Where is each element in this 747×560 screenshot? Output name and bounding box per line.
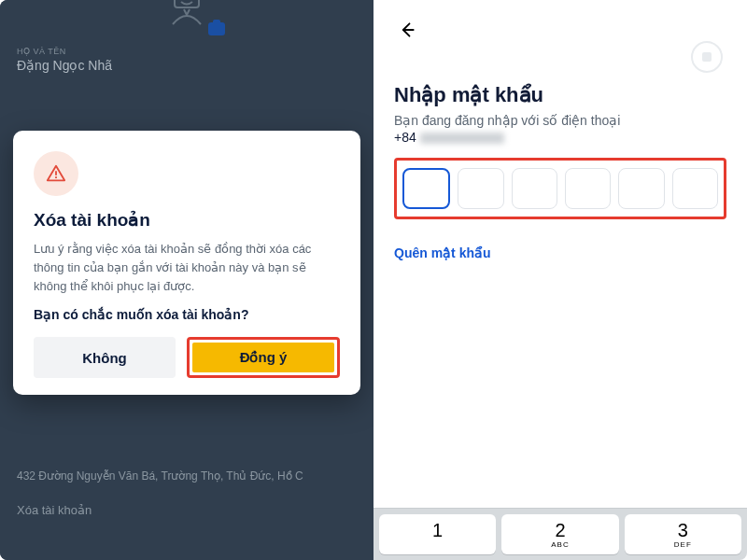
pin-input-row [402, 168, 718, 209]
svg-rect-3 [55, 171, 57, 175]
phone-line: +84 [394, 130, 726, 145]
numeric-keyboard: 1 2 ABC 3 DEF [374, 508, 747, 560]
pin-digit-5[interactable] [618, 168, 664, 209]
pin-digit-3[interactable] [512, 168, 557, 209]
delete-account-modal: Xóa tài khoản Lưu ý rằng việc xóa tài kh… [13, 131, 360, 395]
modal-title: Xóa tài khoản [34, 209, 340, 231]
key-1-num: 1 [432, 521, 443, 539]
phone-blurred [420, 133, 504, 144]
modal-confirm-text: Bạn có chắc muốn xóa tài khoản? [34, 307, 340, 322]
pin-digit-4[interactable] [565, 168, 611, 209]
back-button[interactable] [394, 17, 420, 46]
pin-digit-2[interactable] [458, 168, 503, 209]
modal-body: Lưu ý rằng việc xóa tài khoản sẽ đồng th… [34, 240, 340, 296]
svg-rect-4 [55, 176, 57, 178]
record-indicator-icon [691, 41, 723, 73]
cancel-button[interactable]: Không [34, 337, 176, 378]
key-3[interactable]: 3 DEF [625, 514, 741, 554]
name-label: HỌ VÀ TÊN [17, 47, 357, 56]
key-2-num: 2 [555, 521, 565, 539]
pin-input-highlight [394, 158, 726, 219]
left-screen: HỌ VÀ TÊN Đặng Ngọc Nhã 432 Đường Nguyễn… [0, 0, 374, 560]
confirm-button-highlight: Đồng ý [187, 337, 340, 378]
arrow-left-icon [398, 21, 416, 39]
pin-digit-6[interactable] [672, 168, 718, 209]
name-value: Đặng Ngọc Nhã [17, 58, 357, 73]
right-screen: Nhập mật khẩu Bạn đang đăng nhập với số … [374, 0, 747, 560]
key-2[interactable]: 2 ABC [501, 514, 618, 554]
pin-digit-1[interactable] [402, 168, 450, 209]
password-subtitle: Bạn đang đăng nhập với số điện thoại [394, 113, 726, 128]
phone-prefix: +84 [394, 130, 416, 145]
warning-icon [34, 151, 78, 196]
confirm-button[interactable]: Đồng ý [192, 343, 334, 372]
delete-account-link[interactable]: Xóa tài khoản [17, 503, 357, 517]
modal-buttons: Không Đồng ý [34, 337, 340, 378]
password-title: Nhập mật khẩu [394, 83, 726, 107]
forgot-password-link[interactable]: Quên mật khẩu [394, 245, 726, 260]
address-value: 432 Đường Nguyễn Văn Bá, Trường Thọ, Thủ… [17, 469, 357, 483]
key-3-sub: DEF [674, 540, 692, 549]
avatar-placeholder [154, 0, 219, 34]
avatar-area [17, 0, 357, 34]
key-3-num: 3 [678, 521, 688, 539]
key-1[interactable]: 1 [379, 514, 496, 554]
camera-icon [208, 22, 225, 35]
key-2-sub: ABC [551, 540, 569, 549]
